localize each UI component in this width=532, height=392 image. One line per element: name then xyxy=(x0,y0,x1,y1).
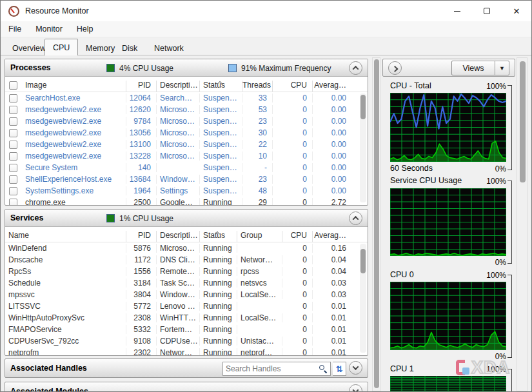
service-row[interactable]: RpcSs1556Remote…Runningrpcss00.04 xyxy=(5,266,368,277)
service-row[interactable]: WinDefend5876Microso…Running00.16 xyxy=(5,242,368,254)
max-frequency-legend: 91% Maximum Frequency xyxy=(241,64,331,73)
graphs-pane-scrollbar[interactable] xyxy=(517,57,527,391)
refresh-arrows-icon[interactable]: ⇅ xyxy=(333,362,346,376)
tab-cpu[interactable]: CPU xyxy=(44,39,78,55)
process-row[interactable]: SearchHost.exe12064Search…Suspen…3300.00 xyxy=(5,92,368,104)
row-checkbox[interactable] xyxy=(9,152,17,161)
process-row[interactable]: msedgewebview2.exe9784Microso…Suspen…230… xyxy=(5,115,368,127)
menu-file[interactable]: File xyxy=(2,23,28,35)
associated-modules-bar[interactable]: Associated Modules xyxy=(5,382,368,392)
process-row[interactable]: SystemSettings.exe1964SettingsSuspen…480… xyxy=(5,185,368,197)
row-checkbox[interactable] xyxy=(9,129,17,137)
row-checkbox[interactable] xyxy=(9,117,17,126)
chevron-down-icon xyxy=(353,364,359,370)
search-icon[interactable] xyxy=(318,364,328,374)
processes-column-headers: Image PID Descripti… Status Threads CPU … xyxy=(5,77,368,92)
cpu-usage-legend: 4% CPU Usage xyxy=(119,64,173,73)
services-column-headers: Name PID Descripti… Status Group CPU Ave… xyxy=(5,227,368,242)
services-cpu-usage-swatch xyxy=(106,214,115,222)
modules-expand-button[interactable] xyxy=(349,384,362,392)
service-row[interactable]: netprofm2302Networ…Runningnetprof…00.01 xyxy=(5,347,368,355)
xda-logo-icon xyxy=(462,368,469,375)
services-collapse-button[interactable] xyxy=(349,211,362,225)
column-header-average-cpu[interactable]: Averag… xyxy=(313,231,351,242)
process-row[interactable]: msedgewebview2.exe13100Microso…Suspen…22… xyxy=(5,139,368,150)
cpu-total-max-label: 100% xyxy=(461,82,506,91)
select-all-checkbox[interactable] xyxy=(9,81,17,90)
row-checkbox[interactable] xyxy=(9,199,17,206)
menu-help[interactable]: Help xyxy=(70,23,100,35)
process-row[interactable]: msedgewebview2.exe13056Microso…Suspen…30… xyxy=(5,127,368,139)
column-header-status[interactable]: Status xyxy=(200,231,237,242)
service-row[interactable]: Dnscache1172DNS Cli…RunningNetwor…00.04 xyxy=(5,254,368,266)
select-all-checkbox-cell xyxy=(5,81,22,92)
services-header[interactable]: Services 1% CPU Usage xyxy=(5,210,368,227)
processes-header[interactable]: Processes 4% CPU Usage 91% Maximum Frequ… xyxy=(5,59,368,77)
column-header-group[interactable]: Group xyxy=(237,231,282,242)
graphs-pane-scrollbar-thumb[interactable] xyxy=(520,61,526,182)
scale-bracket xyxy=(507,85,512,170)
tab-network[interactable]: Network xyxy=(146,41,192,55)
services-scrollbar-thumb[interactable] xyxy=(360,249,366,273)
process-row[interactable]: chrome.exe2500Google…Running2902.72 xyxy=(5,197,368,205)
process-row[interactable]: ShellExperienceHost.exe13684Window…Suspe… xyxy=(5,173,368,185)
service-row[interactable]: mpssvc3804Window…RunningLocalSe…00.03 xyxy=(5,289,368,300)
row-checkbox[interactable] xyxy=(9,141,17,149)
tab-disk[interactable]: Disk xyxy=(114,41,145,55)
processes-title: Processes xyxy=(10,63,51,72)
process-row[interactable]: Secure System140Suspen…-00.00 xyxy=(5,162,368,173)
tab-divider xyxy=(1,55,531,55)
close-button[interactable]: ✕ xyxy=(502,1,531,21)
minimize-button[interactable] xyxy=(442,1,472,21)
handles-expand-button[interactable] xyxy=(349,361,362,375)
resource-monitor-icon xyxy=(8,6,19,17)
column-header-description[interactable]: Descripti… xyxy=(157,81,200,92)
cpu-usage-swatch xyxy=(106,64,115,72)
maximize-icon xyxy=(484,8,490,14)
chevron-up-icon xyxy=(353,66,359,72)
column-header-image[interactable]: Image xyxy=(22,81,126,92)
cpu0-max-label: 100% xyxy=(461,271,506,280)
processes-scrollbar-thumb[interactable] xyxy=(360,95,366,119)
left-pane-scrollbar[interactable] xyxy=(372,57,380,391)
xda-watermark: XDA xyxy=(456,354,515,381)
column-header-description[interactable]: Descripti… xyxy=(157,231,200,242)
row-checkbox[interactable] xyxy=(9,175,17,184)
cpu-total-title: CPU - Total xyxy=(390,81,431,90)
services-scrollbar[interactable] xyxy=(360,244,366,353)
associated-handles-bar[interactable]: Associated Handles ⇅ xyxy=(5,358,368,378)
column-header-name[interactable]: Name xyxy=(5,231,126,242)
service-row[interactable]: WinHttpAutoProxySvc2308WinHTT…RunningLoc… xyxy=(5,312,368,324)
dropdown-arrow-icon[interactable]: ▼ xyxy=(495,61,509,75)
views-button[interactable]: Views ▼ xyxy=(451,61,509,75)
chevron-up-icon xyxy=(353,216,359,222)
max-frequency-swatch xyxy=(228,64,237,72)
service-row[interactable]: Schedule3184Task Sc…Runningnetsvcs00.03 xyxy=(5,277,368,289)
row-checkbox[interactable] xyxy=(9,94,17,103)
processes-table-body: SearchHost.exe12064Search…Suspen…3300.00… xyxy=(5,92,368,205)
column-header-pid[interactable]: PID xyxy=(126,231,157,242)
column-header-average-cpu[interactable]: Averag… xyxy=(313,81,351,92)
processes-collapse-button[interactable] xyxy=(349,61,362,75)
process-row[interactable]: msedgewebview2.exe12620Microso…Suspen…53… xyxy=(5,104,368,115)
menu-monitor[interactable]: Monitor xyxy=(29,23,69,35)
column-header-pid[interactable]: PID xyxy=(126,81,157,92)
row-checkbox[interactable] xyxy=(9,187,17,195)
maximize-button[interactable] xyxy=(472,1,502,21)
row-checkbox[interactable] xyxy=(9,164,17,172)
process-row[interactable]: msedgewebview2.exe13228Microso…Suspen…10… xyxy=(5,150,368,162)
row-checkbox[interactable] xyxy=(9,106,17,114)
column-header-cpu[interactable]: CPU xyxy=(282,231,313,242)
service-row[interactable]: CDPUserSvc_792cc9108CDPUse…RunningUnista… xyxy=(5,335,368,347)
left-pane-scrollbar-thumb[interactable] xyxy=(374,59,379,388)
column-header-status[interactable]: Status xyxy=(200,81,242,92)
column-header-cpu[interactable]: CPU xyxy=(273,81,313,92)
service-row[interactable]: FMAPOService5332Fortem…Running00.01 xyxy=(5,324,368,335)
column-header-threads[interactable]: Threads xyxy=(242,81,273,92)
search-handles-input[interactable] xyxy=(223,364,318,373)
processes-scrollbar[interactable] xyxy=(360,93,366,202)
service-cpu-min-label: 0% xyxy=(461,258,506,267)
titlebar: Resource Monitor ✕ xyxy=(1,1,531,21)
expand-pane-button[interactable] xyxy=(388,61,402,75)
service-row[interactable]: LITSSVC5772Lenovo …Running00.01 xyxy=(5,300,368,312)
